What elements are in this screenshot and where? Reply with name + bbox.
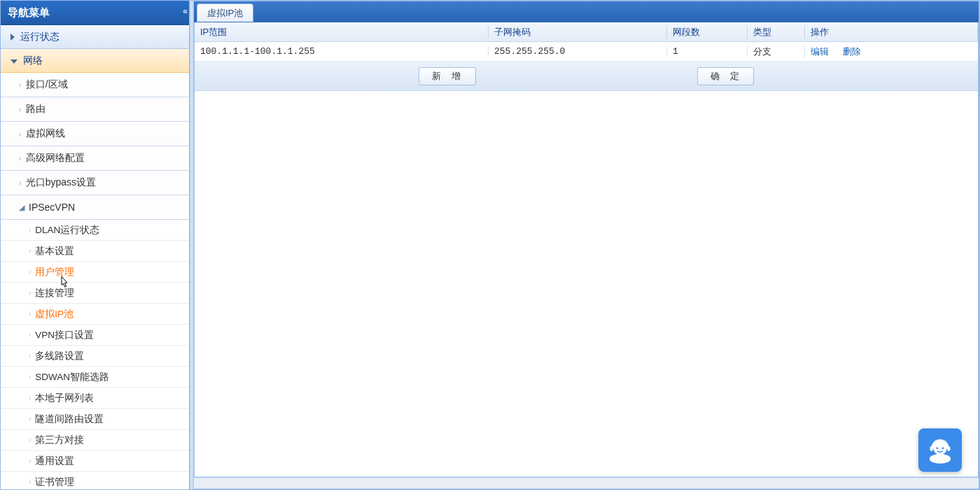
leaf-sdwan[interactable]: › SDWAN智能选路 [1,367,189,388]
leaf-conn-mgmt[interactable]: › 连接管理 [1,283,189,304]
leaf-label: SDWAN智能选路 [35,371,109,384]
subsub-ipsecvpn: › DLAN运行状态 › 基本设置 › 用户管理 › 连接管理 [1,220,189,489]
main-panel: 虚拟IP池 IP范围 子网掩码 网段数 类型 操作 100.1.1.1-100.… [194,1,979,489]
leaf-cert[interactable]: › 证书管理 [1,472,189,489]
leaf-dlan-status[interactable]: › DLAN运行状态 [1,220,189,241]
chevron-right-icon: › [29,415,31,423]
subnav-virtual-line[interactable]: › 虚拟网线 [1,122,189,146]
leaf-label: 连接管理 [35,287,74,300]
content-area: IP范围 子网掩码 网段数 类型 操作 100.1.1.1-100.1.1.25… [194,22,979,477]
subnav-network: › 接口/区域 › 路由 › 虚拟网线 › 高级网络配置 › 光口bypas [1,73,189,489]
cell-type: 分支 [748,46,805,58]
chevron-right-icon: › [29,331,31,339]
leaf-label: 证书管理 [35,476,74,489]
col-type[interactable]: 类型 [748,26,805,38]
edit-link[interactable]: 编辑 [811,46,829,58]
toolbar: 新 增 确 定 [195,62,978,91]
nav-menu: 运行状态 网络 › 接口/区域 › 路由 › 虚拟网线 [1,25,189,489]
chevron-right-icon: › [29,226,31,234]
cell-segments: 1 [667,46,748,57]
leaf-basic-settings[interactable]: › 基本设置 [1,241,189,262]
chevron-down-icon: ◢ [19,203,24,212]
leaf-label: 虚拟IP池 [35,308,74,321]
help-widget[interactable] [918,428,962,472]
tab-label: 虚拟IP池 [207,7,243,20]
chevron-right-icon: › [29,478,31,486]
leaf-multiline[interactable]: › 多线路设置 [1,346,189,367]
nav-item-status[interactable]: 运行状态 [1,25,189,49]
svg-point-5 [937,447,939,449]
leaf-label: 基本设置 [35,245,74,258]
sidebar-collapse-icon[interactable]: « [183,6,185,16]
leaf-general[interactable]: › 通用设置 [1,451,189,472]
leaf-label: 隧道间路由设置 [35,413,104,426]
col-actions: 操作 [805,26,978,38]
subnav-ipsecvpn[interactable]: ◢ IPSecVPN [1,195,189,220]
cell-mask: 255.255.255.0 [489,46,667,57]
chevron-right-icon: › [29,352,31,360]
horizontal-scrollbar[interactable] [194,477,979,489]
chevron-right-icon: › [19,105,22,113]
nav-item-label: 运行状态 [20,31,59,43]
col-mask[interactable]: 子网掩码 [489,26,667,38]
leaf-virtual-ip-pool[interactable]: › 虚拟IP池 [1,304,189,325]
leaf-label: VPN接口设置 [35,329,94,342]
subnav-label: 光口bypass设置 [26,176,96,189]
subnav-label: 虚拟网线 [26,127,65,140]
delete-link[interactable]: 删除 [843,46,861,58]
leaf-label: 用户管理 [35,266,74,279]
content-blank [195,91,978,477]
svg-point-1 [930,454,951,464]
svg-point-6 [942,447,944,449]
cell-actions: 编辑 删除 [805,46,978,58]
grid-header: IP范围 子网掩码 网段数 类型 操作 [195,22,978,42]
add-button[interactable]: 新 增 [419,67,476,85]
chevron-right-icon [10,34,15,41]
chevron-down-icon [10,59,18,64]
table-row[interactable]: 100.1.1.1-100.1.1.255 255.255.255.0 1 分支… [195,42,978,62]
app-root: 导航菜单 « 运行状态 网络 › 接口/区域 › 路由 [0,0,980,490]
tabbar: 虚拟IP池 [194,1,979,22]
leaf-tunnel-route[interactable]: › 隧道间路由设置 [1,409,189,430]
leaf-vpn-if[interactable]: › VPN接口设置 [1,325,189,346]
chevron-right-icon: › [19,154,22,162]
nav-item-network[interactable]: 网络 [1,49,189,73]
chevron-right-icon: › [29,310,31,318]
chevron-right-icon: › [29,436,31,444]
leaf-label: 通用设置 [35,455,74,468]
subnav-label: 接口/区域 [26,78,68,91]
col-segments[interactable]: 网段数 [667,26,748,38]
chevron-right-icon: › [29,247,31,255]
chevron-right-icon: › [29,373,31,381]
chevron-right-icon: › [29,457,31,465]
subnav-advanced-net[interactable]: › 高级网络配置 [1,146,189,171]
support-agent-icon [925,435,955,465]
leaf-user-mgmt[interactable]: › 用户管理 [1,262,189,283]
subnav-label: IPSecVPN [29,202,75,213]
cell-ip-range: 100.1.1.1-100.1.1.255 [195,46,489,57]
confirm-button[interactable]: 确 定 [697,67,755,85]
leaf-label: 第三方对接 [35,434,84,447]
sidebar-title: 导航菜单 [8,6,50,20]
subnav-label: 高级网络配置 [26,152,85,164]
subnav-bypass[interactable]: › 光口bypass设置 [1,171,189,195]
leaf-label: 多线路设置 [35,350,84,363]
subnav-interface[interactable]: › 接口/区域 [1,73,189,97]
subnav-label: 路由 [26,103,46,115]
chevron-right-icon: › [19,130,22,138]
chevron-right-icon: › [19,80,22,89]
svg-rect-4 [947,447,950,451]
sidebar-header: 导航菜单 « [1,1,189,25]
chevron-right-icon: › [19,178,22,187]
tab-virtual-ip-pool[interactable]: 虚拟IP池 [197,4,253,22]
chevron-right-icon: › [29,394,31,402]
chevron-right-icon: › [29,289,31,297]
leaf-label: DLAN运行状态 [35,224,99,237]
leaf-thirdparty[interactable]: › 第三方对接 [1,430,189,451]
chevron-right-icon: › [29,268,31,276]
leaf-label: 本地子网列表 [35,392,94,405]
subnav-route[interactable]: › 路由 [1,97,189,122]
col-ip-range[interactable]: IP范围 [195,26,489,38]
svg-rect-3 [930,447,933,451]
leaf-local-subnet[interactable]: › 本地子网列表 [1,388,189,409]
